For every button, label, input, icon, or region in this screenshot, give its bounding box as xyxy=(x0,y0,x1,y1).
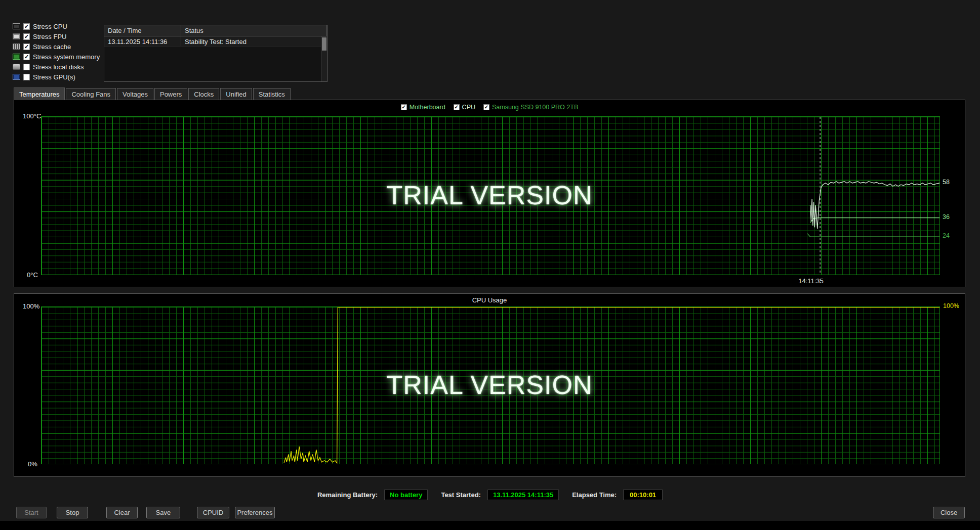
stress-option-label: Stress GPU(s) xyxy=(33,73,75,81)
cpu-usage-title: CPU Usage xyxy=(14,296,965,304)
fpu-icon xyxy=(13,33,20,39)
cursor-time-label: 14:11:35 xyxy=(798,277,824,285)
legend-checkbox[interactable]: ✓ xyxy=(483,104,489,110)
clear-button[interactable]: Clear xyxy=(106,507,138,518)
scrollbar-thumb[interactable] xyxy=(322,37,326,51)
stress-option-stress-local-disks[interactable]: Stress local disks xyxy=(13,62,100,72)
usage-y-max-label: 100% xyxy=(23,302,39,310)
legend-item-cpu[interactable]: ✓CPU xyxy=(454,104,475,111)
temperature-chart-panel: ✓Motherboard✓CPU✓Samsung SSD 9100 PRO 2T… xyxy=(14,100,965,287)
stress-options-list: ✓Stress CPU✓Stress FPU✓Stress cache✓Stre… xyxy=(13,21,100,82)
temp-y-max-label: 100°C xyxy=(23,112,41,120)
usage-current-value-label: 100% xyxy=(943,302,959,310)
event-log: Date / Time Status 13.11.2025 14:11:36St… xyxy=(104,25,328,82)
preferences-button[interactable]: Preferences xyxy=(235,507,275,518)
elapsed-time-label: Elapsed Time: xyxy=(572,491,617,499)
gpu-icon xyxy=(13,74,20,80)
cpu-usage-chart-panel: CPU Usage 100% 0% TRIAL VERSION 100% xyxy=(14,293,965,477)
checkbox-stress-cache[interactable]: ✓ xyxy=(23,43,30,50)
cpu-usage-plot xyxy=(41,306,940,464)
tab-unified[interactable]: Unified xyxy=(220,88,252,100)
tab-statistics[interactable]: Statistics xyxy=(253,88,291,100)
cache-icon xyxy=(13,43,20,50)
log-scrollbar[interactable] xyxy=(321,36,327,81)
stop-button[interactable]: Stop xyxy=(57,507,88,518)
test-started-label: Test Started: xyxy=(441,491,481,499)
tab-bar: TemperaturesCooling FansVoltagesPowersCl… xyxy=(14,89,292,100)
log-row[interactable]: 13.11.2025 14:11:36Stability Test: Start… xyxy=(104,36,327,47)
elapsed-time-value: 00:10:01 xyxy=(623,490,663,500)
legend-label: CPU xyxy=(462,104,475,111)
tab-clocks[interactable]: Clocks xyxy=(188,88,219,100)
legend-item-samsung-ssd-9100-pro-2tb[interactable]: ✓Samsung SSD 9100 PRO 2TB xyxy=(483,104,578,111)
cpu-icon xyxy=(13,23,20,29)
log-cell-datetime: 13.11.2025 14:11:36 xyxy=(104,36,181,46)
stress-option-stress-fpu[interactable]: ✓Stress FPU xyxy=(13,31,100,41)
system-stability-test-window: ✓Stress CPU✓Stress FPU✓Stress cache✓Stre… xyxy=(0,0,980,522)
tab-temperatures[interactable]: Temperatures xyxy=(14,87,65,100)
start-button[interactable]: Start xyxy=(16,507,47,518)
checkbox-stress-system-memory[interactable]: ✓ xyxy=(23,54,30,60)
legend-checkbox[interactable]: ✓ xyxy=(401,104,407,110)
cpuid-button[interactable]: CPUID xyxy=(197,507,229,518)
log-cell-status: Stability Test: Started xyxy=(181,36,327,46)
checkbox-stress-cpu[interactable]: ✓ xyxy=(23,23,30,30)
memory-icon xyxy=(13,54,20,60)
legend-item-motherboard[interactable]: ✓Motherboard xyxy=(401,104,445,111)
tab-powers[interactable]: Powers xyxy=(154,88,187,100)
test-started-value: 13.11.2025 14:11:35 xyxy=(487,490,559,500)
checkbox-stress-gpu-s[interactable] xyxy=(23,74,30,80)
stress-option-stress-cache[interactable]: ✓Stress cache xyxy=(13,41,100,52)
stress-option-stress-gpu-s[interactable]: Stress GPU(s) xyxy=(13,72,100,82)
remaining-battery-value: No battery xyxy=(384,490,428,500)
stress-option-label: Stress local disks xyxy=(33,63,84,71)
stress-option-label: Stress FPU xyxy=(33,33,66,40)
bottom-strip xyxy=(0,521,980,530)
series-value-label-58: 58 xyxy=(943,179,950,186)
legend-label: Motherboard xyxy=(410,104,445,111)
series-value-label-36: 36 xyxy=(943,213,950,220)
stress-option-label: Stress system memory xyxy=(33,53,100,61)
checkbox-stress-local-disks[interactable] xyxy=(23,64,30,70)
stress-option-label: Stress cache xyxy=(33,43,71,51)
series-value-label-24: 24 xyxy=(943,232,950,239)
save-button[interactable]: Save xyxy=(146,507,180,518)
temperature-legend: ✓Motherboard✓CPU✓Samsung SSD 9100 PRO 2T… xyxy=(14,104,965,111)
temperature-plot xyxy=(41,116,940,275)
log-body: 13.11.2025 14:11:36Stability Test: Start… xyxy=(104,36,327,47)
stress-option-label: Stress CPU xyxy=(33,23,67,30)
legend-checkbox[interactable]: ✓ xyxy=(454,104,460,110)
checkbox-stress-fpu[interactable]: ✓ xyxy=(23,33,30,40)
stress-option-stress-system-memory[interactable]: ✓Stress system memory xyxy=(13,52,100,62)
log-header-status[interactable]: Status xyxy=(181,25,327,36)
temp-y-min-label: 0°C xyxy=(27,271,38,279)
stress-option-stress-cpu[interactable]: ✓Stress CPU xyxy=(13,21,100,31)
log-header: Date / Time Status xyxy=(104,25,327,36)
remaining-battery-label: Remaining Battery: xyxy=(317,491,378,499)
log-header-datetime[interactable]: Date / Time xyxy=(104,25,181,36)
tab-voltages[interactable]: Voltages xyxy=(117,88,153,100)
legend-label: Samsung SSD 9100 PRO 2TB xyxy=(492,104,578,111)
usage-y-min-label: 0% xyxy=(28,460,37,468)
tab-cooling-fans[interactable]: Cooling Fans xyxy=(66,88,116,100)
status-bar: Remaining Battery: No battery Test Start… xyxy=(0,489,980,501)
disk-icon xyxy=(13,64,20,70)
close-button[interactable]: Close xyxy=(933,507,965,518)
